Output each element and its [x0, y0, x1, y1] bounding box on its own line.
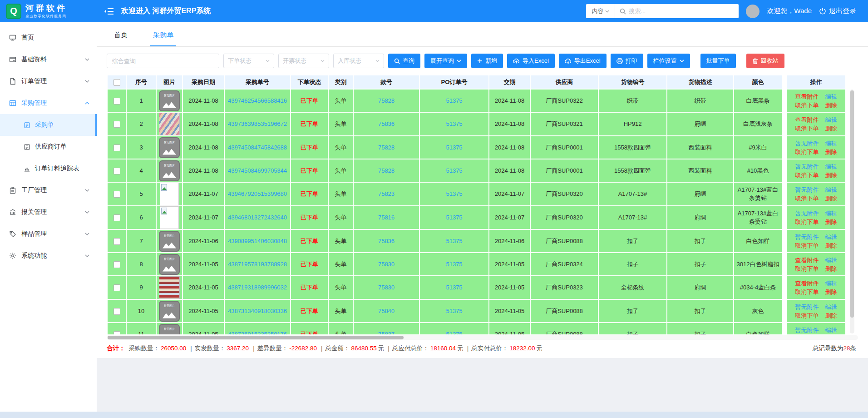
- purchase-no-link[interactable]: 439467920515399680: [228, 190, 287, 197]
- style-no-link[interactable]: 75836: [378, 238, 395, 244]
- sidebar-item-order-mgmt[interactable]: 订单管理: [0, 70, 97, 92]
- purchase-no-link[interactable]: 439746254566588416: [228, 97, 287, 104]
- row-checkbox[interactable]: [113, 284, 120, 291]
- attachment-link[interactable]: 暂无附件: [795, 185, 819, 194]
- tab-purchase-order[interactable]: 采购单: [150, 31, 176, 46]
- purchase-no-link[interactable]: 438726915235250176: [228, 331, 287, 334]
- purchase-no-link[interactable]: 439736398535196672: [228, 120, 287, 127]
- product-photo[interactable]: [159, 113, 180, 135]
- attachment-link[interactable]: 查看附件: [795, 115, 819, 124]
- product-image[interactable]: 暂无图片: [158, 231, 180, 252]
- delete-link[interactable]: 删除: [825, 171, 837, 179]
- delete-link[interactable]: 删除: [825, 218, 837, 226]
- expand-query-button[interactable]: 展开查询: [424, 54, 467, 68]
- edit-link[interactable]: 编辑: [825, 92, 837, 101]
- edit-link[interactable]: 编辑: [825, 115, 837, 124]
- row-checkbox[interactable]: [113, 261, 120, 268]
- po-no-link[interactable]: 51375: [446, 308, 462, 314]
- delete-link[interactable]: 删除: [825, 148, 837, 156]
- po-no-link[interactable]: 51375: [446, 97, 462, 104]
- style-no-link[interactable]: 75828: [378, 167, 395, 174]
- product-image[interactable]: 暂无图片: [158, 301, 180, 322]
- row-checkbox[interactable]: [113, 331, 120, 334]
- cancel-order-link[interactable]: 取消下单: [795, 124, 819, 133]
- style-no-link[interactable]: 75828: [378, 97, 395, 104]
- edit-link[interactable]: 编辑: [825, 326, 837, 334]
- row-checkbox[interactable]: [113, 308, 120, 315]
- row-checkbox[interactable]: [113, 98, 120, 104]
- delete-link[interactable]: 删除: [825, 101, 837, 109]
- order-status-select[interactable]: 下单状态: [223, 54, 274, 68]
- delete-link[interactable]: 删除: [825, 264, 837, 273]
- search-category-select[interactable]: 内容: [586, 4, 615, 18]
- sidebar-item-purchase-mgmt[interactable]: 采购管理: [0, 92, 97, 114]
- po-no-link[interactable]: 51375: [446, 120, 462, 127]
- attachment-link[interactable]: 暂无附件: [795, 162, 819, 171]
- sidebar-item-order-material-tracking[interactable]: 订单订料追踪表: [0, 158, 97, 179]
- edit-link[interactable]: 编辑: [825, 279, 837, 288]
- cancel-order-link[interactable]: 取消下单: [795, 241, 819, 250]
- search-input[interactable]: [629, 8, 734, 15]
- cancel-order-link[interactable]: 取消下单: [795, 334, 819, 335]
- row-checkbox[interactable]: [113, 191, 120, 198]
- edit-link[interactable]: 编辑: [825, 185, 837, 194]
- cancel-order-link[interactable]: 取消下单: [795, 218, 819, 226]
- edit-link[interactable]: 编辑: [825, 303, 837, 311]
- horizontal-scrollbar-thumb[interactable]: [108, 336, 404, 339]
- purchase-no-link[interactable]: 438719578193788928: [228, 261, 287, 268]
- delete-link[interactable]: 删除: [825, 311, 837, 320]
- product-image[interactable]: 暂无图片: [158, 137, 180, 158]
- po-no-link[interactable]: 51375: [446, 144, 462, 151]
- style-no-link[interactable]: 75816: [378, 214, 395, 221]
- product-image[interactable]: [158, 183, 180, 205]
- purchase-no-link[interactable]: 439468013272432640: [228, 214, 287, 221]
- purchase-no-link[interactable]: 439089951406030848: [228, 238, 287, 244]
- row-checkbox[interactable]: [113, 144, 120, 151]
- product-image[interactable]: 暂无图片: [158, 90, 180, 111]
- edit-link[interactable]: 编辑: [825, 256, 837, 264]
- row-checkbox[interactable]: [113, 238, 120, 245]
- collapse-sidebar-icon[interactable]: [104, 7, 114, 16]
- print-button[interactable]: 打印: [611, 54, 643, 68]
- product-image[interactable]: [158, 113, 180, 135]
- po-no-link[interactable]: 51375: [446, 238, 462, 244]
- cancel-order-link[interactable]: 取消下单: [795, 311, 819, 320]
- po-no-link[interactable]: 51375: [446, 190, 462, 197]
- delete-link[interactable]: 删除: [825, 334, 837, 335]
- keyword-search-input[interactable]: [107, 54, 219, 68]
- purchase-no-link[interactable]: 438731340918030336: [228, 308, 287, 314]
- cancel-order-link[interactable]: 取消下单: [795, 288, 819, 296]
- po-no-link[interactable]: 51375: [446, 284, 462, 291]
- query-button[interactable]: 查询: [388, 54, 420, 68]
- row-checkbox[interactable]: [113, 168, 120, 174]
- po-no-link[interactable]: 51375: [446, 214, 462, 221]
- avatar[interactable]: [746, 5, 760, 18]
- purchase-no-link[interactable]: 438719318989996032: [228, 284, 287, 291]
- sidebar-item-factory-mgmt[interactable]: 工厂管理: [0, 179, 97, 201]
- select-all-checkbox[interactable]: [113, 79, 120, 86]
- style-no-link[interactable]: 75823: [378, 190, 395, 197]
- edit-link[interactable]: 编辑: [825, 139, 837, 148]
- recycle-bin-button[interactable]: 回收站: [746, 54, 784, 68]
- po-no-link[interactable]: 51375: [446, 331, 462, 334]
- add-button[interactable]: 新增: [471, 54, 503, 68]
- product-photo[interactable]: [159, 276, 180, 299]
- delete-link[interactable]: 删除: [825, 124, 837, 133]
- style-no-link[interactable]: 75840: [378, 308, 395, 314]
- style-no-link[interactable]: 75830: [378, 284, 395, 291]
- cancel-order-link[interactable]: 取消下单: [795, 101, 819, 109]
- import-excel-button[interactable]: 导入Excel: [507, 54, 555, 68]
- attachment-link[interactable]: 查看附件: [795, 279, 819, 288]
- export-excel-button[interactable]: 导出Excel: [559, 54, 607, 68]
- sidebar-item-purchase-order[interactable]: 采购单: [0, 114, 97, 136]
- row-checkbox[interactable]: [113, 121, 120, 128]
- attachment-link[interactable]: 暂无附件: [795, 233, 819, 241]
- sidebar-item-basic-data[interactable]: 基础资料: [0, 49, 97, 70]
- po-no-link[interactable]: 51375: [446, 261, 462, 268]
- sidebar-item-sample-mgmt[interactable]: 样品管理: [0, 223, 97, 245]
- style-no-link[interactable]: 75836: [378, 120, 395, 127]
- attachment-link[interactable]: 暂无附件: [795, 139, 819, 148]
- edit-link[interactable]: 编辑: [825, 233, 837, 241]
- purchase-no-link[interactable]: 439745084699705344: [228, 167, 287, 174]
- row-checkbox[interactable]: [113, 214, 120, 221]
